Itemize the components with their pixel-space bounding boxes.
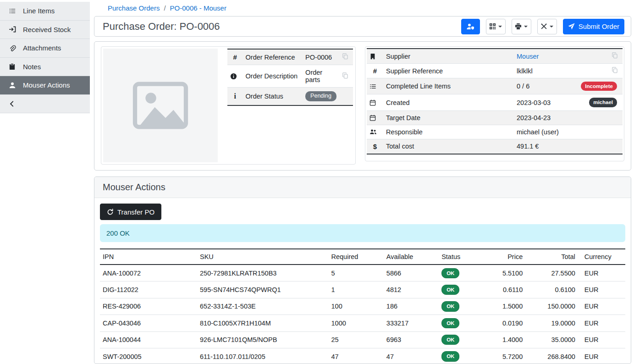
- detail-row-responsible: Responsible michael (user): [367, 125, 623, 139]
- table-header-row: IPN SKU Required Available Status Price …: [100, 249, 625, 265]
- image-placeholder-icon: [127, 72, 194, 139]
- info-icon: i: [234, 92, 236, 100]
- admin-user-button[interactable]: [461, 19, 480, 34]
- page-title: Purchase Order: PO-0006: [103, 21, 220, 33]
- cell-required: 47: [329, 348, 384, 364]
- table-row: DIG-112022 595-SN74HCS74QPWRQ1 1 4812 OK…: [100, 281, 625, 298]
- sidebar-collapse-toggle[interactable]: [0, 95, 90, 114]
- cell-required: 1: [329, 281, 384, 298]
- hash-icon: #: [233, 53, 237, 61]
- cell-total: 0.6100: [525, 281, 578, 298]
- sidebar-item-mouser-actions[interactable]: Mouser Actions: [0, 76, 90, 95]
- cell-price: 5.5100: [475, 265, 525, 281]
- cell-ipn: ANA-100072: [100, 265, 197, 281]
- hash-icon: #: [373, 67, 377, 75]
- cell-price: 0.6110: [475, 281, 525, 298]
- mouser-results-table: IPN SKU Required Available Status Price …: [100, 248, 625, 364]
- detail-label: Responsible: [383, 125, 514, 139]
- tools-icon: [540, 23, 547, 30]
- cell-ipn: DIG-112022: [100, 281, 197, 298]
- detail-row-completed-line-items: Completed Line Items 0 / 6 Incomplete: [367, 78, 623, 94]
- detail-row-order-description: Order Description Order parts: [227, 65, 353, 88]
- chevron-down-icon: [524, 26, 528, 28]
- calendar-icon: [369, 99, 380, 106]
- cell-available: 4812: [384, 281, 439, 298]
- copy-button[interactable]: [342, 72, 348, 79]
- app-window: Line Items Received Stock Attachments No…: [0, 0, 634, 364]
- cell-price: 0.0190: [475, 315, 525, 331]
- cell-total: 35.0000: [525, 331, 578, 348]
- mouser-panel-heading: Mouser Actions: [94, 177, 631, 198]
- detail-value: 0 / 6: [517, 83, 529, 90]
- print-actions-dropdown[interactable]: [512, 19, 531, 34]
- detail-row-total-cost: $ Total cost 491.1 €: [367, 139, 623, 154]
- sidebar-item-label: Notes: [23, 63, 41, 71]
- order-details-table: # Order Reference PO-0006: [227, 49, 353, 106]
- submit-order-button[interactable]: Submit Order: [563, 19, 624, 34]
- copy-button[interactable]: [342, 53, 348, 60]
- detail-label: Supplier: [383, 49, 514, 64]
- mouser-panel-body: Transfer PO 200 OK IPN SKU Required Avai…: [94, 198, 631, 364]
- cell-required: 5: [329, 265, 384, 281]
- breadcrumb-link-purchase-orders[interactable]: Purchase Orders: [108, 4, 160, 12]
- sidebar-item-notes[interactable]: Notes: [0, 58, 90, 77]
- mouser-panel-title: Mouser Actions: [103, 182, 623, 193]
- cell-price: 5.7200: [475, 348, 525, 364]
- calendar-icon: [369, 115, 380, 121]
- barcode-actions-dropdown[interactable]: [486, 19, 506, 34]
- order-actions-dropdown[interactable]: [537, 19, 557, 34]
- info-circle-icon: [230, 73, 240, 80]
- sidebar-item-line-items[interactable]: Line Items: [0, 2, 90, 21]
- supplier-link[interactable]: Mouser: [517, 53, 539, 60]
- cell-required: 25: [329, 331, 384, 348]
- detail-value: Order parts: [303, 65, 339, 88]
- cell-currency: EUR: [578, 281, 625, 298]
- supplier-details-card: Supplier Mouser # Supplier Reference lkl…: [365, 46, 624, 161]
- mouser-actions-panel: Mouser Actions Transfer PO 200 OK: [94, 176, 631, 364]
- detail-label: Order Status: [243, 88, 303, 105]
- table-row: ANA-100044 926-LMC7101QM5/NOPB 25 6963 O…: [100, 331, 625, 348]
- cell-required: 100: [329, 298, 384, 314]
- sidebar-item-label: Attachments: [23, 44, 61, 52]
- breadcrumb-link-current[interactable]: PO-0006 - Mouser: [170, 4, 226, 12]
- transfer-po-button[interactable]: Transfer PO: [100, 204, 161, 220]
- status-badge: OK: [441, 351, 459, 361]
- sidebar-item-received-stock[interactable]: Received Stock: [0, 21, 90, 39]
- qrcode-icon: [489, 23, 496, 30]
- col-header-status: Status: [439, 249, 475, 265]
- cell-price: 1.4000: [475, 331, 525, 348]
- detail-label: Target Date: [383, 110, 514, 125]
- list-icon: [8, 7, 17, 15]
- cell-currency: EUR: [578, 315, 625, 331]
- sign-in-icon: [8, 26, 17, 33]
- user-icon: [8, 82, 17, 89]
- notes-icon: [8, 63, 17, 70]
- sidebar-item-attachments[interactable]: Attachments: [0, 39, 90, 58]
- detail-value: lklklkl: [514, 64, 609, 78]
- copy-button[interactable]: [612, 52, 618, 59]
- sidebar-item-label: Received Stock: [23, 26, 71, 33]
- detail-value: michael (user): [514, 125, 623, 139]
- sidebar-item-label: Line Items: [23, 7, 55, 15]
- col-header-total: Total: [525, 249, 578, 265]
- detail-value: 2023-03-03: [517, 99, 551, 106]
- detail-row-order-reference: # Order Reference PO-0006: [227, 49, 353, 65]
- table-row: CAP-043046 810-C1005X7R1H104M 1000 33321…: [100, 315, 625, 331]
- cell-currency: EUR: [578, 265, 625, 281]
- col-header-currency: Currency: [578, 249, 625, 265]
- table-row: ANA-100072 250-72981KLRATR150B3 5 5866 O…: [100, 265, 625, 281]
- cell-sku: 250-72981KLRATR150B3: [197, 265, 329, 281]
- cell-currency: EUR: [578, 348, 625, 364]
- cell-required: 1000: [329, 315, 384, 331]
- detail-row-supplier-reference: # Supplier Reference lklklkl: [367, 64, 623, 78]
- copy-button[interactable]: [612, 67, 618, 73]
- incomplete-badge: Incomplete: [581, 82, 617, 91]
- cell-ipn: SWT-200005: [100, 348, 197, 364]
- detail-label: Order Description: [243, 65, 303, 88]
- cell-currency: EUR: [578, 331, 625, 348]
- cell-total: 27.5500: [525, 265, 578, 281]
- cell-sku: 926-LMC7101QM5/NOPB: [197, 331, 329, 348]
- cell-sku: 595-SN74HCS74QPWRQ1: [197, 281, 329, 298]
- status-badge: OK: [441, 285, 459, 295]
- detail-row-target-date: Target Date 2023-04-23: [367, 110, 623, 125]
